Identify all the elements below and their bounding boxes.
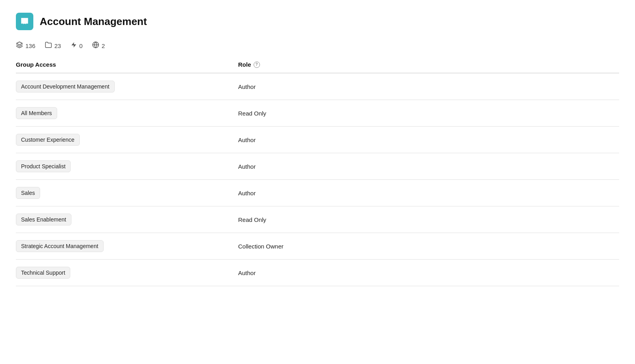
group-access-table: Group Access Role ? Account Development … [16,61,619,286]
group-badge: Sales Enablement [16,214,71,225]
group-badge: All Members [16,107,57,119]
group-badge: Customer Experience [16,134,80,146]
group-badge: Account Development Management [16,81,115,92]
group-cell: Strategic Account Management [16,240,238,252]
role-cell: Read Only [238,110,619,117]
group-cell: Product Specialist [16,160,238,172]
table-row: Account Development Management Author [16,73,619,100]
role-help-icon[interactable]: ? [254,62,260,68]
role-cell: Read Only [238,216,619,223]
group-badge: Technical Support [16,267,70,279]
group-badge: Strategic Account Management [16,240,104,252]
col-group-label: Group Access [16,61,56,68]
page-title: Account Management [40,15,147,28]
role-cell: Author [238,83,619,90]
stat-globe: 2 [92,41,105,50]
group-cell: Sales [16,187,238,199]
stat-folder-value: 23 [54,42,61,49]
stat-bolt: 0 [71,41,83,50]
table-row: Customer Experience Author [16,127,619,153]
stat-layers: 136 [16,41,35,50]
role-cell: Author [238,163,619,170]
group-cell: Account Development Management [16,81,238,92]
table-row: Product Specialist Author [16,153,619,180]
globe-icon [92,41,99,50]
app-icon [16,13,33,30]
folder-icon [45,41,52,50]
role-cell: Author [238,190,619,196]
table-header: Group Access Role ? [16,61,619,73]
table-row: Strategic Account Management Collection … [16,233,619,260]
group-cell: All Members [16,107,238,119]
page-header: Account Management [16,13,619,30]
stat-globe-value: 2 [102,42,105,49]
stats-row: 136 23 0 2 [16,41,619,50]
book-icon [19,16,30,27]
table-row: All Members Read Only [16,100,619,127]
group-badge: Sales [16,187,40,199]
group-cell: Sales Enablement [16,214,238,225]
group-cell: Technical Support [16,267,238,279]
col-role-label: Role [238,61,251,68]
stat-folder: 23 [45,41,61,50]
table-row: Technical Support Author [16,260,619,286]
layers-icon [16,41,23,50]
stat-bolt-value: 0 [79,42,83,49]
table-row: Sales Enablement Read Only [16,206,619,233]
svg-marker-0 [17,42,23,45]
stat-layers-value: 136 [25,42,35,49]
table-row: Sales Author [16,180,619,206]
role-cell: Collection Owner [238,243,619,250]
col-header-role: Role ? [238,61,619,68]
group-cell: Customer Experience [16,134,238,146]
role-cell: Author [238,137,619,143]
group-badge: Product Specialist [16,160,71,172]
role-cell: Author [238,270,619,276]
bolt-icon [71,41,77,50]
svg-marker-1 [71,42,76,47]
col-header-group: Group Access [16,61,238,68]
